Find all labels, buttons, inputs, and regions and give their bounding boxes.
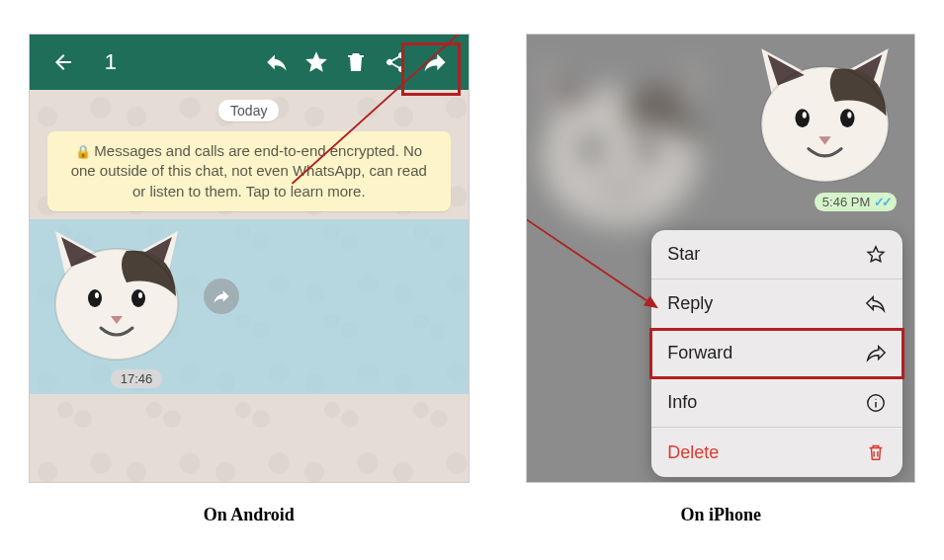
menu-forward[interactable]: Forward [651,329,902,378]
menu-label: Reply [667,293,713,314]
menu-label: Star [667,244,700,265]
menu-delete[interactable]: Delete [651,428,902,477]
delete-button[interactable] [336,42,376,82]
message-timestamp: 5:46 PM [822,195,870,209]
read-receipt-icon: ✓✓ [874,195,890,209]
menu-label: Forward [667,343,732,363]
info-icon [865,392,887,414]
trash-icon [865,441,887,463]
share-button[interactable] [376,42,415,82]
message-timestamp-bubble: 5:46 PM ✓✓ [815,193,897,211]
star-button[interactable] [297,42,336,82]
forward-icon [865,343,887,364]
selected-message[interactable]: 17:46 [30,219,469,394]
outgoing-sticker-message[interactable] [753,44,897,192]
message-timestamp: 17:46 [111,369,163,388]
android-caption: On Android [204,505,295,525]
iphone-screenshot-panel: 5:46 PM ✓✓ Star Reply Forward Info [526,34,915,483]
iphone-caption: On iPhone [680,505,761,525]
menu-info[interactable]: Info [651,378,902,428]
encryption-notice[interactable]: 🔒Messages and calls are end-to-end encry… [47,131,451,211]
context-menu: Star Reply Forward Info Delete [651,230,902,477]
menu-star[interactable]: Star [651,230,902,280]
svg-point-12 [876,398,877,399]
reply-button[interactable] [257,42,297,82]
star-icon [865,244,887,266]
selection-count: 1 [105,49,117,75]
blurred-incoming-sticker [531,52,709,240]
date-pill: Today [218,100,279,121]
encryption-text: Messages and calls are end-to-end encryp… [71,142,427,200]
lock-icon: 🔒 [75,144,91,159]
back-button[interactable] [43,42,83,82]
quick-forward-icon[interactable] [204,279,239,314]
selection-action-bar: 1 [30,35,469,90]
menu-label: Info [667,392,697,413]
cat-sticker [753,44,897,188]
reply-icon [865,293,887,315]
menu-label: Delete [667,442,719,463]
android-screenshot-panel: 1 Today [29,34,470,483]
cat-sticker [47,227,186,365]
forward-button[interactable] [415,42,455,82]
chat-body: Today 🔒Messages and calls are end-to-end… [30,90,469,482]
menu-reply[interactable]: Reply [651,280,902,329]
